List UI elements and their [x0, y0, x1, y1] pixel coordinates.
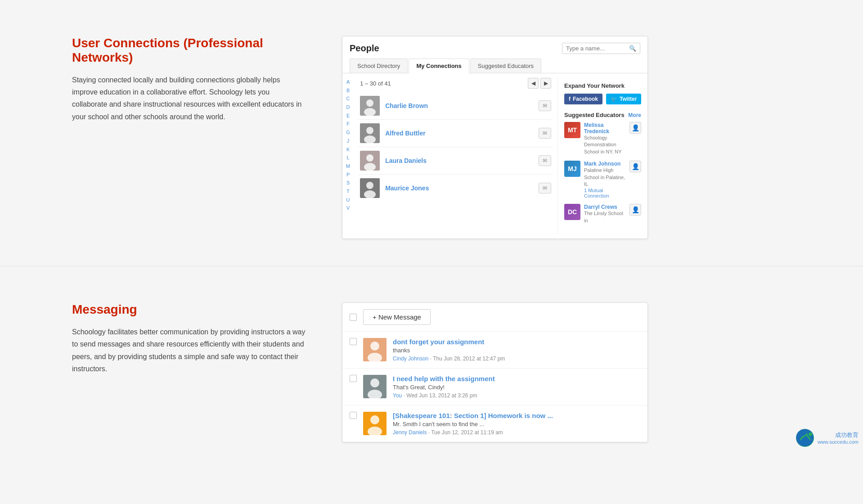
message-sender-3[interactable]: Jenny Daniels — [393, 429, 427, 436]
people-panel: People 🔍 School Directory My Connections… — [342, 36, 648, 239]
message-checkbox-3[interactable] — [350, 412, 357, 419]
suggested-school-darryl: The Linsly School in — [584, 210, 626, 224]
connections-description: Staying connected locally and building c… — [72, 74, 306, 123]
connection-name-charlie-brown[interactable]: Charlie Brown — [385, 102, 539, 109]
message-button-charlie-brown[interactable]: ✉ — [539, 100, 551, 111]
alpha-p[interactable]: P — [346, 171, 350, 179]
message-date-2: Wed Jun 13, 2012 at 3:26 pm — [406, 392, 477, 399]
alpha-t[interactable]: T — [346, 187, 350, 196]
message-subject-1[interactable]: dont forget your assignment — [393, 338, 640, 346]
expand-network-title: Expand Your Network — [564, 82, 641, 89]
watermark-logo — [796, 429, 814, 447]
pagination-buttons: ◀ ▶ — [528, 78, 551, 89]
message-sender-2[interactable]: You — [393, 392, 402, 399]
message-subject-2[interactable]: I need help with the assignment — [393, 375, 640, 382]
alpha-u[interactable]: U — [346, 196, 350, 204]
list-item: Maurice Jones ✉ — [358, 175, 553, 202]
list-item: MT Melissa Tredenick Schoology Demonstra… — [564, 122, 641, 155]
people-search-box[interactable]: 🔍 — [562, 43, 640, 54]
next-page-button[interactable]: ▶ — [540, 78, 551, 89]
suggested-name-melissa[interactable]: Melissa Tredenick — [584, 122, 626, 135]
list-item: DC Darryl Crews The Linsly School in 👤 — [564, 204, 641, 224]
search-icon: 🔍 — [629, 45, 636, 52]
alpha-b[interactable]: B — [346, 86, 350, 95]
connection-name-maurice-jones[interactable]: Maurice Jones — [385, 184, 539, 192]
message-preview-1: thanks — [393, 347, 640, 354]
people-panel-wrapper: People 🔍 School Directory My Connections… — [342, 27, 863, 248]
alpha-g[interactable]: G — [346, 128, 350, 137]
social-buttons: f Facebook 🐦 Twitter — [564, 94, 641, 104]
alpha-a[interactable]: A — [346, 78, 350, 86]
svg-point-10 — [366, 182, 373, 189]
alpha-m[interactable]: M — [346, 162, 350, 171]
connection-name-alfred-buttler[interactable]: Alfred Buttler — [385, 130, 539, 137]
svg-point-22 — [809, 432, 812, 436]
message-checkbox-2[interactable] — [350, 375, 357, 382]
suggested-name-mark[interactable]: Mark Johnson — [584, 161, 626, 167]
list-item: [Shakespeare 101: Section 1] Homework is… — [342, 405, 647, 442]
message-button-laura-daniels[interactable]: ✉ — [539, 155, 551, 166]
tab-my-connections[interactable]: My Connections — [409, 58, 469, 73]
select-all-checkbox[interactable] — [350, 314, 357, 321]
alpha-d[interactable]: D — [346, 103, 350, 112]
new-message-button[interactable]: + New Message — [363, 309, 431, 325]
message-meta-2: You · Wed Jun 13, 2012 at 3:26 pm — [393, 392, 640, 399]
message-button-maurice-jones[interactable]: ✉ — [539, 183, 551, 194]
expand-network-panel: Expand Your Network f Facebook 🐦 Twitter — [557, 78, 647, 234]
facebook-label: Facebook — [573, 96, 598, 102]
alpha-v[interactable]: V — [346, 204, 350, 212]
message-date-1: Thu Jun 28, 2012 at 12:47 pm — [433, 356, 505, 362]
avatar: DC — [564, 204, 580, 220]
people-title: People — [350, 43, 379, 54]
avatar — [360, 151, 380, 171]
alpha-l[interactable]: L — [347, 153, 350, 162]
pagination-info: 1 – 30 of 41 — [360, 80, 391, 87]
facebook-button[interactable]: f Facebook — [564, 94, 602, 104]
messaging-description: Schoology facilitates better communicati… — [72, 326, 306, 375]
twitter-button[interactable]: 🐦 Twitter — [606, 94, 641, 104]
message-button-alfred-buttler[interactable]: ✉ — [539, 128, 551, 139]
avatar — [363, 412, 387, 435]
alpha-navigation: A B C D E F G J K L M P S T U — [342, 78, 354, 234]
watermark-text-group: 成功教育 www.succedu.com — [818, 431, 859, 445]
message-content-2: I need help with the assignment That's G… — [393, 375, 640, 399]
bottom-left-content: Messaging Schoology facilitates better c… — [0, 293, 342, 451]
twitter-label: Twitter — [620, 96, 637, 102]
svg-point-19 — [370, 415, 379, 424]
alpha-e[interactable]: E — [346, 112, 350, 120]
add-connection-button-melissa[interactable]: 👤 — [629, 122, 641, 134]
connections-title: User Connections (Professional Networks) — [72, 36, 306, 65]
message-checkbox-1[interactable] — [350, 338, 357, 345]
pagination-row: 1 – 30 of 41 ◀ ▶ — [358, 78, 553, 89]
alpha-s[interactable]: S — [346, 179, 350, 187]
svg-point-7 — [366, 154, 373, 162]
suggested-name-darryl[interactable]: Darryl Crews — [584, 204, 626, 210]
more-link[interactable]: More — [628, 112, 641, 118]
message-date-3: Tue Jun 12, 2012 at 11:19 am — [431, 429, 503, 436]
avatar: MJ — [564, 161, 580, 177]
add-connection-button-darryl[interactable]: 👤 — [629, 204, 641, 216]
alpha-k[interactable]: K — [346, 145, 350, 154]
list-item: Laura Daniels ✉ — [358, 147, 553, 175]
avatar — [363, 375, 387, 398]
tab-school-directory[interactable]: School Directory — [350, 58, 408, 73]
connection-name-laura-daniels[interactable]: Laura Daniels — [385, 157, 539, 164]
alpha-c[interactable]: C — [346, 94, 350, 103]
tab-suggested-educators[interactable]: Suggested Educators — [470, 58, 541, 73]
alpha-j[interactable]: J — [347, 137, 350, 145]
alpha-f[interactable]: F — [346, 120, 350, 128]
svg-point-1 — [366, 99, 373, 107]
message-subject-3[interactable]: [Shakespeare 101: Section 1] Homework is… — [393, 412, 640, 419]
prev-page-button[interactable]: ◀ — [528, 78, 539, 89]
twitter-icon: 🐦 — [611, 96, 617, 102]
watermark-chinese-text: 成功教育 — [818, 431, 859, 439]
watermark-url: www.succedu.com — [818, 439, 859, 445]
message-sender-1[interactable]: Cindy Johnson — [393, 356, 428, 362]
watermark: 成功教育 www.succedu.com — [796, 429, 859, 447]
message-preview-3: Mr. Smith I can't seem to find the ... — [393, 421, 640, 428]
people-tabs: School Directory My Connections Suggeste… — [342, 58, 647, 73]
list-item: I need help with the assignment That's G… — [342, 369, 647, 405]
suggested-educator-info: Darryl Crews The Linsly School in — [584, 204, 626, 224]
add-connection-button-mark[interactable]: 👤 — [629, 161, 641, 172]
search-input[interactable] — [566, 45, 629, 52]
